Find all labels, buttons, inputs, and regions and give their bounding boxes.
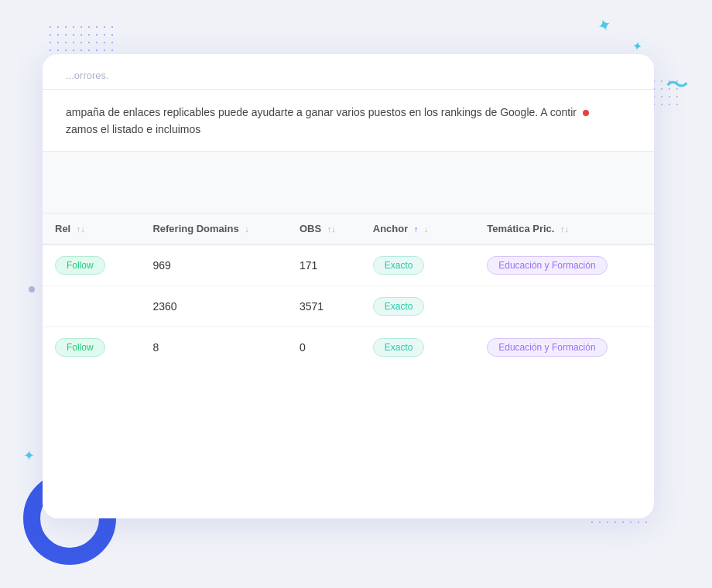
sort-icon-anchor-down: ↓ — [424, 224, 429, 234]
badge-tematica-1: Educación y Formación — [487, 256, 607, 275]
butterfly-icon-bottom-left: ✦ — [23, 447, 35, 464]
table-row: Follow 8 0 Exacto Educación y Formación — [43, 326, 654, 368]
card-top-section: ...orrores. — [43, 54, 654, 90]
cell-tematica-3: Educación y Formación — [474, 326, 654, 368]
cell-anchor-2: Exacto — [361, 285, 474, 326]
cell-obs-1: 171 — [287, 244, 361, 286]
cell-obs-2: 3571 — [287, 285, 361, 326]
sort-icon-tematica: ↑↓ — [560, 224, 569, 234]
table-row: 2360 3571 Exacto — [43, 285, 654, 326]
card-body-text-section: ampaña de enlaces replicables puede ayud… — [43, 90, 654, 152]
body-paragraph: ampaña de enlaces replicables puede ayud… — [66, 104, 631, 138]
badge-exacto-3: Exacto — [373, 338, 425, 357]
cell-ref-2: 2360 — [140, 285, 287, 326]
butterfly-icon-top-right: ✦ — [594, 14, 614, 38]
main-card: ...orrores. ampaña de enlaces replicable… — [43, 54, 654, 518]
decorative-dot-left — [29, 286, 35, 292]
badge-exacto-1: Exacto — [373, 256, 425, 275]
badge-tematica-3: Educación y Formación — [487, 338, 607, 357]
cell-obs-3: 0 — [287, 326, 361, 368]
butterfly-icon-top-right-2: ✦ — [631, 38, 643, 54]
cell-rel-1: Follow — [43, 244, 140, 286]
hint-text: ...orrores. — [66, 70, 631, 81]
cell-rel-3: Follow — [43, 326, 140, 368]
table-row: Follow 969 171 Exacto Educación y Formac… — [43, 244, 654, 286]
cell-ref-1: 969 — [140, 244, 287, 286]
badge-follow-3: Follow — [55, 338, 105, 357]
sort-icon-rel: ↑↓ — [77, 224, 85, 234]
cell-ref-3: 8 — [140, 326, 287, 368]
data-table: Rel ↑↓ Refering Domains ↓ OBS ↑↓ Anchor … — [43, 214, 654, 368]
cell-anchor-1: Exacto — [361, 244, 474, 286]
col-header-rel[interactable]: Rel ↑↓ — [43, 214, 140, 244]
cell-tematica-1: Educación y Formación — [474, 244, 654, 286]
sort-icon-ref: ↓ — [245, 224, 249, 234]
col-header-obs[interactable]: OBS ↑↓ — [287, 214, 361, 244]
card-mid-section — [43, 152, 654, 214]
cell-tematica-2 — [474, 285, 654, 326]
badge-follow-1: Follow — [55, 256, 105, 275]
sort-icon-anchor: ↑ — [414, 224, 419, 234]
squiggle-icon-right: 〜 — [666, 70, 689, 101]
cell-anchor-3: Exacto — [361, 326, 474, 368]
col-header-anchor[interactable]: Anchor ↑ ↓ — [361, 214, 474, 244]
cell-rel-2 — [43, 285, 140, 326]
red-dot — [583, 110, 589, 116]
table-header-row: Rel ↑↓ Refering Domains ↓ OBS ↑↓ Anchor … — [43, 214, 654, 244]
col-header-tematica[interactable]: Temática Pric. ↑↓ — [474, 214, 654, 244]
data-table-container[interactable]: Rel ↑↓ Refering Domains ↓ OBS ↑↓ Anchor … — [43, 214, 654, 368]
col-header-refering-domains[interactable]: Refering Domains ↓ — [140, 214, 287, 244]
sort-icon-obs: ↑↓ — [327, 224, 336, 234]
badge-exacto-2: Exacto — [373, 297, 425, 316]
